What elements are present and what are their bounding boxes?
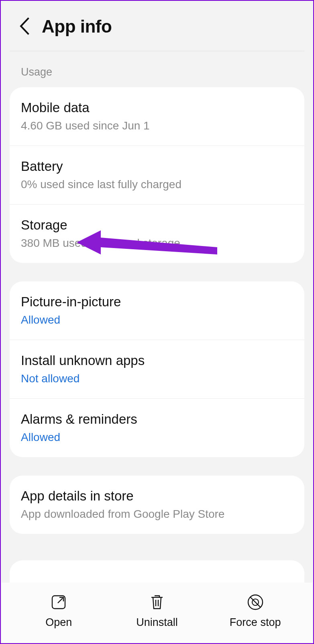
row-subtitle: 0% used since last fully charged [21,177,293,191]
row-status: Allowed [21,313,293,327]
row-status: Allowed [21,430,293,444]
permissions-card: Picture-in-picture Allowed Install unkno… [10,281,304,457]
page-title: App info [42,16,112,37]
row-title: Alarms & reminders [21,412,293,427]
open-label: Open [45,616,72,629]
row-subtitle: 380 MB used in Internal storage [21,236,293,250]
row-title: Storage [21,217,293,233]
row-subtitle: 4.60 GB used since Jun 1 [21,119,293,133]
store-card: App details in store App downloaded from… [10,476,304,534]
stop-icon [245,592,265,612]
usage-section-label: Usage [1,59,313,87]
row-title: Picture-in-picture [21,294,293,310]
row-title: Battery [21,159,293,174]
picture-in-picture-row[interactable]: Picture-in-picture Allowed [10,281,304,340]
row-status: Not allowed [21,371,293,386]
chevron-left-icon [18,17,31,35]
force-stop-label: Force stop [230,616,281,629]
app-details-in-store-row[interactable]: App details in store App downloaded from… [10,476,304,534]
trash-icon [147,592,167,612]
alarms-reminders-row[interactable]: Alarms & reminders Allowed [10,398,304,457]
usage-card: Mobile data 4.60 GB used since Jun 1 Bat… [10,87,304,263]
force-stop-button[interactable]: Force stop [219,592,292,629]
storage-row[interactable]: Storage 380 MB used in Internal storage [10,204,304,263]
mobile-data-row[interactable]: Mobile data 4.60 GB used since Jun 1 [10,87,304,146]
install-unknown-apps-row[interactable]: Install unknown apps Not allowed [10,340,304,398]
header-divider [10,51,304,51]
back-button[interactable] [18,14,31,39]
open-icon [49,592,69,612]
battery-row[interactable]: Battery 0% used since last fully charged [10,146,304,204]
row-subtitle: App downloaded from Google Play Store [21,507,293,521]
uninstall-button[interactable]: Uninstall [121,592,193,629]
app-bar: App info [1,1,313,51]
row-title: App details in store [21,488,293,504]
uninstall-label: Uninstall [136,616,178,629]
row-title: Install unknown apps [21,353,293,368]
bottom-action-bar: Open Uninstall Force stop [2,582,312,642]
open-button[interactable]: Open [22,592,95,629]
row-title: Mobile data [21,100,293,115]
